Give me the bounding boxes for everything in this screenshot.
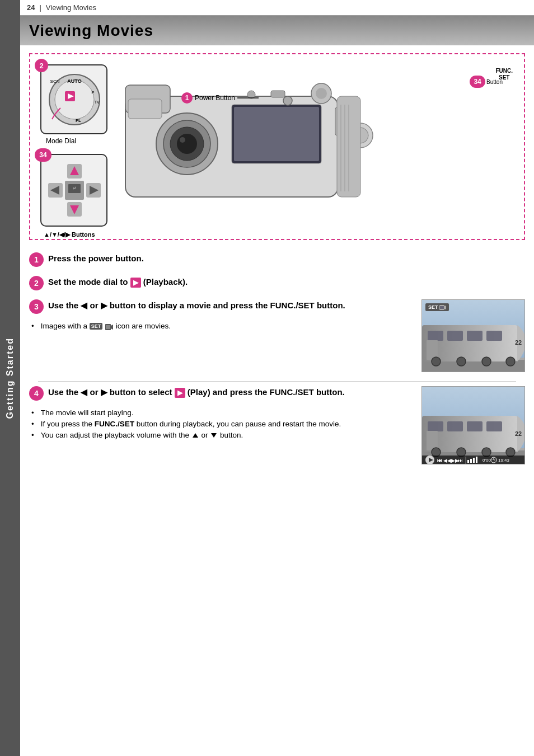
badge-34-right: 34 Button: [470, 76, 503, 88]
svg-text:⏮: ⏮: [437, 458, 442, 463]
step-4-bullet-1: The movie will start playing.: [31, 408, 415, 417]
page-number: 24: [27, 3, 35, 12]
step-4-container: 4 Use the ◀ or ▶ button to select ▶ (Pla…: [29, 386, 525, 464]
triangle-down-icon: [211, 433, 217, 438]
svg-text:19:43: 19:43: [498, 458, 510, 463]
svg-point-74: [432, 448, 441, 457]
svg-marker-62: [444, 306, 446, 309]
svg-point-60: [506, 357, 515, 366]
step-4-content: 4 Use the ◀ or ▶ button to select ▶ (Pla…: [29, 386, 415, 442]
step-1-row: 1 Press the power button.: [29, 252, 525, 267]
svg-point-58: [457, 357, 466, 366]
svg-point-31: [283, 96, 292, 105]
svg-text:22: 22: [515, 430, 522, 437]
mode-dial-svg: AUTO P Tv SCN FL: [44, 69, 105, 130]
step-2-text: Set the mode dial to ▶ (Playback).: [48, 276, 525, 288]
svg-rect-69: [447, 421, 463, 431]
step-4-bullet-3-text: You can adjust the playback volume with …: [41, 431, 243, 439]
set-icon-inline: SET: [90, 323, 103, 330]
badge-34-right-label: 34: [470, 76, 485, 88]
svg-rect-52: [447, 331, 463, 341]
breadcrumb-text: Viewing Movies: [46, 3, 96, 12]
step-4-text: Use the ◀ or ▶ button to select ▶ (Play)…: [48, 386, 415, 398]
svg-text:⏎: ⏎: [73, 186, 76, 190]
svg-text:AUTO: AUTO: [67, 78, 81, 84]
svg-rect-89: [476, 457, 477, 463]
diagram-area: 2 AUTO P Tv SCN FL: [29, 53, 525, 240]
step-2-badge: 2: [29, 276, 44, 290]
arrows-label: ▲/▼/◀/▶ Buttons: [44, 231, 95, 238]
step-3-bullet-text: Images with a SET icon are movies.: [41, 322, 171, 330]
svg-rect-30: [234, 107, 319, 161]
svg-point-77: [506, 448, 515, 457]
svg-rect-63: [440, 306, 444, 309]
steps-section: 1 Press the power button. 2 Set the mode…: [20, 248, 534, 478]
mode-dial-box: 2 AUTO P Tv SCN FL: [40, 64, 107, 134]
step-1-badge: 1: [29, 252, 44, 267]
svg-text:⏭: ⏭: [458, 458, 463, 463]
step-3-content: 3 Use the ◀ or ▶ button to display a mov…: [29, 299, 415, 333]
svg-point-76: [482, 448, 491, 457]
svg-point-26: [177, 134, 197, 154]
breadcrumb-separator: |: [39, 3, 41, 12]
page-title: Viewing Movies: [29, 22, 525, 40]
func-set-bold: FUNC./SET: [95, 420, 134, 428]
step-4-bullet-2: If you press the FUNC./SET button during…: [31, 420, 415, 428]
button-label: Button: [486, 79, 503, 85]
badge-34-left: 34: [35, 148, 51, 162]
divider-1: [38, 381, 516, 382]
page-title-bar: Viewing Movies: [20, 16, 534, 45]
svg-text:FL: FL: [76, 118, 81, 123]
badge-1: 1: [181, 92, 193, 104]
step-3-bullets: Images with a SET icon are movies.: [29, 322, 415, 333]
step-4-bullet-2-text: If you press the FUNC./SET button during…: [41, 420, 341, 428]
dpad-box: 34 ▷⚡: [40, 154, 107, 227]
train-image-1: 22 SET: [421, 299, 525, 372]
svg-point-75: [457, 448, 466, 457]
sidebar: Getting Started: [0, 0, 20, 756]
play-icon-step4: ▶: [175, 388, 185, 398]
svg-rect-70: [467, 421, 483, 431]
svg-point-59: [482, 357, 491, 366]
badge-2: 2: [35, 59, 48, 72]
breadcrumb: 24 | Viewing Movies: [20, 0, 534, 16]
step-2-row: 2 Set the mode dial to ▶ (Playback).: [29, 276, 525, 290]
step-4-header: 4 Use the ◀ or ▶ button to select ▶ (Pla…: [29, 386, 415, 401]
step-4-bullets: The movie will start playing. If you pre…: [29, 408, 415, 442]
step-4-badge: 4: [29, 386, 44, 401]
sidebar-label: Getting Started: [5, 337, 15, 419]
svg-rect-71: [486, 421, 502, 431]
main-content: 24 | Viewing Movies Viewing Movies 2 AUT…: [20, 0, 534, 478]
step-1-text: Press the power button.: [48, 252, 525, 264]
camera-container: 2 AUTO P Tv SCN FL: [36, 60, 518, 233]
step-4-bullet-1-text: The movie will start playing.: [41, 408, 134, 417]
svg-rect-54: [486, 331, 502, 341]
playback-icon-inline: ▶: [130, 278, 141, 288]
svg-rect-68: [428, 421, 443, 431]
mode-dial-label: Mode Dial: [46, 137, 76, 145]
svg-point-57: [432, 357, 441, 366]
set-overlay-badge: SET: [425, 303, 449, 311]
svg-text:Tv: Tv: [95, 100, 100, 105]
svg-text:P: P: [91, 90, 94, 95]
step-4-bullet-3: You can adjust the playback volume with …: [31, 431, 415, 439]
svg-text:SCN: SCN: [50, 79, 60, 84]
step-3-header: 3 Use the ◀ or ▶ button to display a mov…: [29, 299, 415, 314]
dpad-svg: ▷⚡ ⏎: [44, 159, 105, 221]
svg-rect-87: [470, 459, 472, 463]
svg-text:◀◀: ◀◀: [443, 458, 451, 463]
camera-body-svg: [114, 63, 383, 225]
power-button-label: Power Button: [195, 94, 235, 102]
step-3-bullet-1: Images with a SET icon are movies.: [31, 322, 415, 330]
svg-rect-86: [467, 460, 469, 463]
svg-rect-46: [106, 325, 110, 329]
svg-point-27: [180, 137, 185, 143]
svg-rect-41: [271, 91, 285, 97]
set-text: SET: [428, 304, 438, 310]
train-image-2: 22 ⏮ ◀◀ ▶▶ ⏭: [421, 386, 525, 464]
power-button-annotation: 1 Power Button: [181, 92, 260, 104]
svg-marker-45: [111, 325, 113, 330]
movie-icon-inline: [105, 323, 113, 330]
svg-rect-51: [428, 331, 443, 341]
svg-rect-88: [473, 458, 475, 463]
